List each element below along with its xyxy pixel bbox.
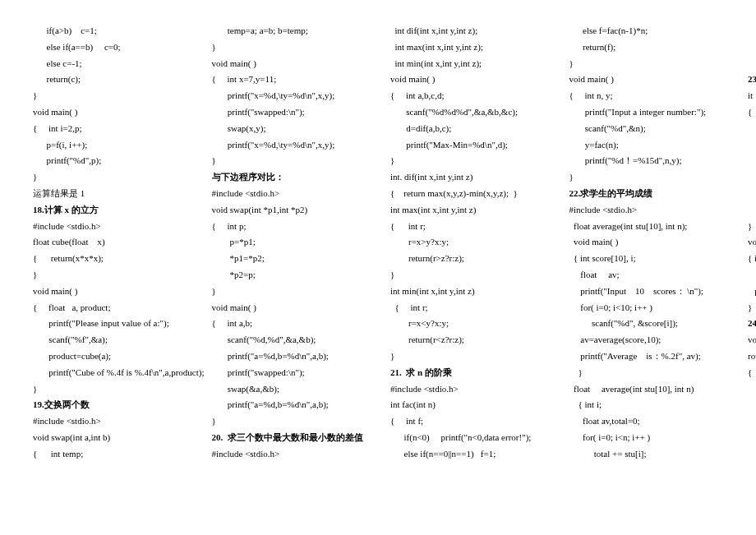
code-line: 运算结果是 1 — [33, 186, 187, 202]
code-line: return(c); — [33, 71, 187, 88]
code-line: r=x>y?x:y; — [390, 234, 545, 251]
code-line: int max(int x,int y,int z); — [390, 39, 545, 56]
code-line: { int x=7,y=11; — [212, 71, 366, 88]
code-line: #include <stdio.h> — [212, 186, 366, 202]
code-line: void main( ) — [212, 300, 366, 316]
code-line: 20. 求三个数中最大数和最小数的差值 — [212, 430, 366, 446]
code-line: { result[i]=0; — [748, 397, 756, 413]
code-line: int. dif(int x,int y,int z) — [390, 169, 545, 186]
code-line: it max_value(int array[3][4]) — [748, 88, 756, 104]
code-line: { int a[3][4]={{1,3,5,7}, — [748, 251, 756, 267]
code-line: 21. 求 n 的阶乘 — [390, 365, 545, 381]
code-line: int min(int x,int y,int z) — [390, 284, 545, 300]
code-line: else f=fac(n-1)*n; — [569, 23, 724, 39]
code-line: return(f); — [569, 39, 724, 56]
code-line: row, int col) — [748, 348, 756, 365]
code-line: printf("a=%d,b=%d\n",a,b); — [212, 348, 366, 365]
code-line: product=cube(a); — [33, 348, 187, 365]
code-line: for( i=0; i<n; i++ ) — [569, 430, 724, 446]
code-line: void main( ) — [569, 71, 724, 88]
code-line: void swap(int *p1,int *p2) — [212, 202, 366, 219]
code-line: void main( ) — [33, 104, 187, 121]
code-line: scanf("%d,%d",&a,&b); — [212, 332, 366, 348]
code-line: 18.计算 x 的立方 — [33, 202, 187, 219]
code-line: printf("Please input value of a:"); — [33, 316, 187, 332]
code-line: for( i=0; i<10; i++ ) — [569, 300, 724, 316]
code-line: float cube(float x) — [33, 234, 187, 251]
code-line: } — [569, 169, 724, 186]
code-line: { int p; — [212, 219, 366, 235]
code-line: return(r<z?r:z); — [390, 332, 545, 348]
code-line: { int i=2,p; — [33, 121, 187, 137]
code-line: } — [390, 348, 545, 365]
code-line: { int i; — [569, 397, 724, 413]
code-line: printf("Max-Min=%d\n",d); — [390, 137, 545, 154]
code-line: void main( ) — [748, 234, 756, 251]
code-line: int fac(int n) — [390, 397, 545, 413]
code-line: } — [33, 169, 187, 186]
code-line: printf("Input a integer number:"); — [569, 104, 724, 121]
code-line: swap(x,y); — [212, 121, 366, 137]
code-line: #include <stdio.h> — [212, 446, 366, 463]
code-line: } — [33, 267, 187, 284]
code-line: { int r; — [390, 219, 545, 235]
code-line: #include <stdio.h> — [569, 202, 724, 219]
code-line: float average(int stu[10], int n); — [569, 219, 724, 235]
code-line: 22.求学生的平均成绩 — [569, 186, 724, 202]
code-line: return av; — [748, 39, 756, 56]
code-line: } — [748, 300, 756, 316]
code-line: #include <stdio.h> — [33, 413, 187, 430]
code-line: } — [569, 365, 724, 381]
code-line: void swap(int a,int b) — [33, 430, 187, 446]
code-line: printf("%d",p); — [33, 153, 187, 169]
code-line: for(i=0;i<3;i++) — [748, 137, 756, 154]
code-line: printf("x=%d,\ty=%d\n",x,y); — [212, 137, 366, 154]
code-line: 23. 求二维数组中最大元素值 — [748, 71, 756, 88]
code-line: } — [212, 413, 366, 430]
code-line: scanf("%d", &score[i]); — [569, 316, 724, 332]
code-line: r=x<y?x:y; — [390, 316, 545, 332]
code-line: } — [33, 381, 187, 398]
code-line: } — [212, 284, 366, 300]
code-line: void main( ) — [390, 71, 545, 88]
code-line: { int a,b,c,d; — [390, 88, 545, 104]
code-line: swap(&a,&b); — [212, 381, 366, 398]
code-line: } — [748, 219, 756, 235]
code-line: int dif(int x,int y,int z); — [390, 23, 545, 39]
code-line: int min(int x,int y,int z); — [390, 56, 545, 72]
code-line: printf("swapped:\n"); — [212, 104, 366, 121]
code-line: } — [569, 56, 724, 72]
code-line: 与下边程序对比： — [212, 169, 366, 186]
code-line: { int a,b; — [212, 316, 366, 332]
code-line: 19.交换两个数 — [33, 397, 187, 413]
code-line: int max(int x,int y,int z) — [390, 202, 545, 219]
code-line: else c=-1; — [33, 56, 187, 72]
code-line: else if(a==b) c=0; — [33, 39, 187, 56]
code-line: *p1=*p2; — [212, 251, 366, 267]
code-line: 24.求二维数组中各行元素之和 — [748, 316, 756, 332]
code-line: for(i=0;i<row;i++) — [748, 381, 756, 398]
code-line: printf("Input 10 scores： \n"); — [569, 284, 724, 300]
code-line: printf("x=%d,\ty=%d\n",x,y); — [212, 88, 366, 104]
code-line: return(r>z?r:z); — [390, 251, 545, 267]
code-line: y=fac(n); — [569, 137, 724, 154]
code-line: scanf("%d%d%d",&a,&b,&c); — [390, 104, 545, 121]
code-line: { int score[10], i; — [569, 251, 724, 267]
code-line: } — [212, 153, 366, 169]
code-line: *p2=p; — [212, 267, 366, 284]
code-line: void main( ) — [569, 234, 724, 251]
code-line: } — [390, 267, 545, 284]
code-line: { int f; — [390, 413, 545, 430]
code-line: p=f(i, i++); — [33, 137, 187, 154]
code-line: { int r; — [390, 300, 545, 316]
code-line: void main( ) — [212, 56, 366, 72]
code-line: { return max(x,y,z)-min(x,y,z); } — [390, 186, 545, 202]
code-line: { int i,j; — [748, 365, 756, 381]
code-line: max=array[i][j]; — [748, 186, 756, 202]
code-line: {2,4,6,8},{15,17,34,12}}; — [748, 267, 756, 284]
code-line: max=array[0][0]; — [748, 121, 756, 137]
code-line: void get_sum_row(int x[][3], int result[… — [748, 332, 756, 348]
code-line: printf("max value is %d\n",max_value(a))… — [748, 284, 756, 300]
code-line: printf("swapped:\n"); — [212, 365, 366, 381]
code-line: } — [33, 88, 187, 104]
